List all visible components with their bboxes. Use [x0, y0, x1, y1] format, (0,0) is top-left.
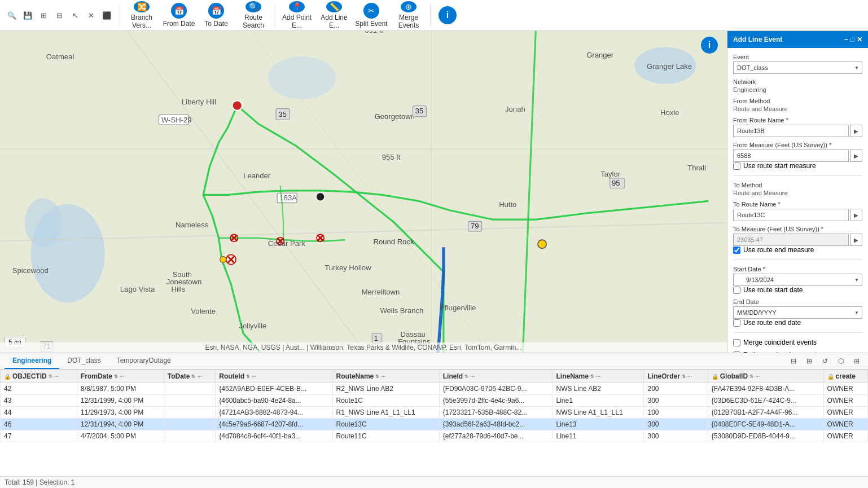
more-table-btn[interactable]: ⊞ — [850, 354, 863, 368]
to-route-name-wrapper: ▶ — [733, 209, 862, 221]
table-cell: 12/31/1999, 4:00 PM — [77, 395, 164, 407]
close-icon-btn[interactable]: ✕ — [84, 8, 98, 23]
more-routename[interactable]: ··· — [381, 373, 385, 380]
table-icon-btn[interactable]: ⊟ — [52, 8, 67, 23]
export-table-btn[interactable]: ⬡ — [834, 354, 848, 368]
info-button[interactable]: i — [439, 6, 457, 24]
grid-icon-btn[interactable]: ⊞ — [36, 8, 51, 23]
more-objectid[interactable]: ··· — [54, 373, 59, 380]
export-icon-btn[interactable]: ⬛ — [99, 8, 114, 23]
more-fromdate[interactable]: ··· — [120, 373, 124, 380]
svg-text:Hutto: Hutto — [499, 200, 516, 209]
tab-engineering[interactable]: Engineering — [5, 353, 59, 369]
split-event-button[interactable]: ✂ Split Event — [353, 1, 389, 29]
toolbar-separator-3 — [430, 4, 431, 27]
sort-lineorder[interactable]: ⇅ — [682, 374, 686, 379]
sort-linename[interactable]: ⇅ — [590, 374, 594, 379]
to-route-name-arrow-btn[interactable]: ▶ — [850, 209, 862, 221]
table-cell: 200 — [644, 383, 708, 395]
sort-lineid[interactable]: ⇅ — [464, 374, 468, 379]
merge-coincident-checkbox[interactable] — [733, 339, 740, 346]
panel-minimize-icon[interactable]: − — [844, 36, 848, 43]
use-route-end-date-checkbox[interactable] — [733, 319, 740, 327]
from-method-value: Route and Measure — [733, 105, 862, 112]
split-event-label: Split Event — [355, 20, 387, 28]
route-search-button[interactable]: 🔍 Route Search — [235, 1, 271, 29]
add-point-icon: 📍 — [289, 1, 305, 12]
svg-text:Oatmeal: Oatmeal — [46, 52, 74, 61]
table-row[interactable]: 4612/31/1994, 4:00 PM{4c5e79a6-6687-4207… — [1, 419, 868, 430]
to-method-value: Route and Measure — [733, 190, 862, 196]
add-point-event-button[interactable]: 📍 Add Point E... — [279, 1, 315, 29]
from-measure-arrow-btn[interactable]: ▶ — [850, 150, 862, 162]
add-line-event-button[interactable]: 📏 Add Line E... — [316, 1, 352, 29]
table-cell: NWS Line A1_L1_LL1 — [553, 407, 644, 419]
use-route-start-date-checkbox[interactable] — [733, 287, 740, 294]
sort-fromdate[interactable]: ⇅ — [114, 374, 118, 379]
table-row[interactable]: 428/8/1987, 5:00 PM{452A9ABD-E0EF-4CEB-B… — [1, 383, 868, 395]
tab-dot-class[interactable]: DOT_class — [59, 353, 108, 369]
th-globalid: 🔒 GlobalID ⇅ ··· — [708, 370, 823, 383]
svg-text:Thrall: Thrall — [687, 164, 706, 172]
more-linename[interactable]: ··· — [596, 373, 600, 380]
end-date-label: End Date — [733, 298, 862, 305]
more-lineid[interactable]: ··· — [470, 373, 475, 380]
table-row[interactable]: 4411/29/1973, 4:00 PM{47214AB3-6882-4873… — [1, 407, 868, 419]
map-area[interactable]: W-SH-29 183A — [0, 31, 727, 353]
use-route-start-checkbox[interactable] — [733, 162, 740, 170]
tab-temporary-outage[interactable]: TemporaryOutage — [109, 353, 179, 369]
start-date-select[interactable]: 9/13/2024 — [733, 274, 862, 286]
from-route-name-input[interactable] — [733, 125, 849, 137]
sort-todate[interactable]: ⇅ — [191, 374, 195, 379]
panel-expand-icon[interactable]: □ — [851, 36, 854, 43]
panel-close-icon[interactable]: ✕ — [857, 36, 862, 43]
use-route-end-checkbox[interactable] — [733, 247, 740, 254]
sort-globalid[interactable]: ⇅ — [749, 374, 753, 379]
svg-point-29 — [220, 257, 226, 263]
pointer-icon-btn[interactable]: ↖ — [68, 8, 82, 23]
svg-text:Lago Vista: Lago Vista — [120, 285, 155, 293]
to-measure-input[interactable] — [733, 234, 849, 246]
merge-events-button[interactable]: ⊕ Merge Events — [391, 1, 427, 29]
sort-routename[interactable]: ⇅ — [375, 374, 379, 379]
from-route-name-arrow-btn[interactable]: ▶ — [850, 125, 862, 137]
branch-versions-label: Branch Vers... — [124, 14, 160, 29]
event-select[interactable]: DOT_class — [733, 61, 862, 74]
table-cell: OWNER — [823, 407, 867, 419]
filter-icon-btn[interactable]: ⊟ — [787, 354, 800, 368]
table-row[interactable]: 4312/31/1999, 4:00 PM{4600abc5-ba90-4e24… — [1, 395, 868, 407]
table-cell: Route13C — [332, 419, 439, 430]
more-routeid[interactable]: ··· — [252, 373, 256, 380]
table-cell: {393ad56f-2a63-48fd-bc2... — [439, 419, 553, 430]
lock-icon-create: 🔒 — [827, 373, 834, 380]
map-info-button[interactable]: i — [701, 37, 718, 54]
tab-bar: Engineering DOT_class TemporaryOutage ⊟ … — [0, 353, 868, 370]
expand-icon-btn[interactable]: ⊞ — [803, 354, 816, 368]
more-lineorder[interactable]: ··· — [687, 373, 692, 380]
sort-routeid[interactable]: ⇅ — [246, 374, 250, 379]
branch-versions-button[interactable]: 🔀 Branch Vers... — [124, 1, 160, 29]
table-cell: 4/7/2004, 5:00 PM — [77, 430, 164, 442]
divider-2 — [733, 260, 862, 260]
toolbar-left-icons: 🔍 💾 ⊞ ⊟ ↖ ✕ ⬛ — [2, 8, 116, 23]
sort-objectid[interactable]: ⇅ — [49, 374, 52, 379]
more-globalid[interactable]: ··· — [755, 373, 760, 380]
table-row[interactable]: 474/7/2004, 5:00 PM{4d7084c8-6cf4-40f1-b… — [1, 430, 868, 442]
to-route-name-input[interactable] — [733, 209, 849, 221]
table-cell: {452A9ABD-E0EF-4CEB-B... — [216, 383, 332, 395]
network-value: Engineering — [733, 86, 862, 93]
refresh-icon-btn[interactable]: ↺ — [818, 354, 832, 368]
end-date-select[interactable]: MM/DD/YYYY — [733, 306, 862, 319]
table-cell — [164, 430, 216, 442]
search-icon-btn[interactable]: 🔍 — [5, 8, 19, 23]
more-todate[interactable]: ··· — [197, 373, 201, 380]
table-header: 🔒 OBJECTID ⇅ ··· FromDate ⇅ ··· — [1, 370, 868, 383]
to-measure-arrow-btn[interactable]: ▶ — [850, 234, 862, 246]
table-cell: {4c5e79a6-6687-4207-8fd... — [216, 419, 332, 430]
table-cell — [164, 383, 216, 395]
from-measure-input[interactable] — [733, 150, 849, 162]
to-date-button[interactable]: 📅 To Date — [198, 1, 234, 29]
from-date-button[interactable]: 📅 From Date — [161, 1, 197, 29]
save-icon-btn[interactable]: 💾 — [20, 8, 35, 23]
branch-versions-icon: 🔀 — [134, 1, 150, 12]
